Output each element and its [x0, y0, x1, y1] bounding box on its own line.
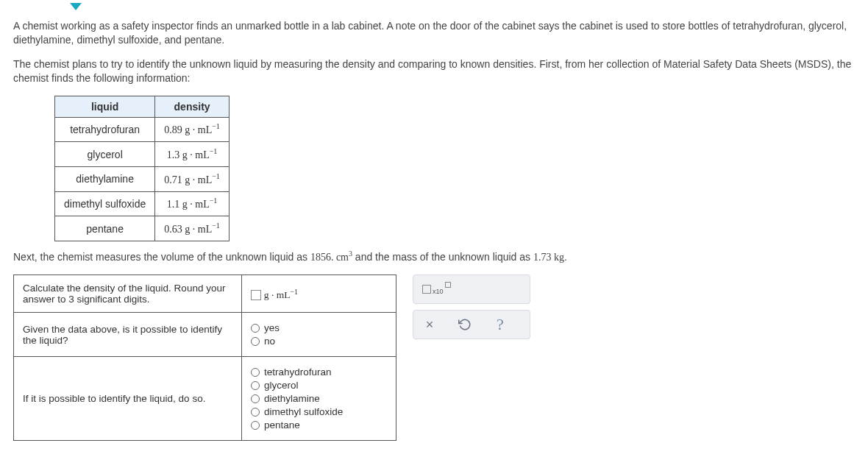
reset-icon	[458, 318, 472, 331]
yes-no-cell: yes no	[242, 313, 396, 357]
liquid-name: diethylamine	[55, 166, 155, 191]
radio-label: glycerol	[264, 380, 299, 391]
radio-icon	[251, 421, 260, 430]
problem-content: A chemist working as a safety inspector …	[0, 10, 868, 456]
scientific-notation-button[interactable]: x10	[422, 285, 451, 294]
problem-paragraph-2: The chemist plans to try to identify the…	[13, 57, 855, 85]
density-input[interactable]	[251, 290, 261, 300]
liquid-name: tetrahydrofuran	[55, 117, 155, 142]
liquid-options-cell: tetrahydrofuran glycerol diethylamine di…	[242, 357, 396, 441]
radio-label: yes	[264, 322, 280, 333]
radio-label: no	[264, 336, 275, 347]
problem-paragraph-1: A chemist working as a safety inspector …	[13, 19, 855, 47]
table-row: diethylamine 0.71 g · mL−1	[55, 166, 230, 191]
density-value: 0.63 g · mL−1	[155, 216, 230, 241]
answer-row-density: Calculate the density of the liquid. Rou…	[14, 275, 396, 313]
radio-glycerol[interactable]: glycerol	[251, 380, 387, 391]
prompt-density: Calculate the density of the liquid. Rou…	[14, 275, 242, 313]
radio-label: dimethyl sulfoxide	[264, 406, 343, 417]
radio-pentane[interactable]: pentane	[251, 419, 387, 431]
chevron-down-icon[interactable]	[70, 3, 82, 10]
help-button[interactable]: ?	[493, 317, 508, 332]
table-row: glycerol 1.3 g · mL−1	[55, 142, 230, 167]
answer-row-identify-possible: Given the data above, is it possible to …	[14, 313, 396, 357]
density-value: 1.1 g · mL−1	[155, 191, 230, 216]
radio-icon	[251, 394, 260, 403]
radio-icon	[251, 408, 260, 417]
prompt-identify-liquid: If it is possible to identify the liquid…	[14, 357, 242, 441]
exponent-box-icon	[445, 282, 451, 288]
table-row: pentane 0.63 g · mL−1	[55, 216, 230, 241]
density-value: 0.89 g · mL−1	[155, 117, 230, 142]
toolbox-row-sci: x10	[413, 274, 530, 304]
radio-label: tetrahydrofuran	[264, 366, 332, 378]
density-value: 0.71 g · mL−1	[155, 166, 230, 191]
radio-label: diethylamine	[264, 393, 320, 404]
question-icon: ?	[497, 315, 504, 334]
density-unit: g · mL−1	[264, 289, 298, 300]
radio-yes[interactable]: yes	[251, 322, 387, 333]
close-button[interactable]: ×	[422, 317, 437, 332]
toolbox: x10 × ?	[413, 274, 530, 339]
radio-label: pentane	[264, 419, 300, 431]
radio-icon	[251, 324, 260, 333]
toolbox-row-actions: × ?	[413, 310, 530, 339]
table-header-row: liquid density	[55, 96, 230, 117]
answer-table: Calculate the density of the liquid. Rou…	[13, 274, 396, 441]
mantissa-box-icon	[422, 285, 431, 294]
answer-row-identify-liquid: If it is possible to identify the liquid…	[14, 357, 396, 441]
x10-label: x10	[433, 288, 444, 295]
table-row: tetrahydrofuran 0.89 g · mL−1	[55, 117, 230, 142]
radio-icon	[251, 337, 260, 346]
liquid-name: dimethyl sulfoxide	[55, 191, 155, 216]
density-input-cell: g · mL−1	[242, 275, 396, 313]
prompt-identify-possible: Given the data above, is it possible to …	[14, 313, 242, 357]
radio-icon	[251, 381, 260, 390]
header-liquid: liquid	[55, 96, 155, 117]
header-density: density	[155, 96, 230, 117]
radio-diethylamine[interactable]: diethylamine	[251, 393, 387, 404]
measurement-paragraph: Next, the chemist measures the volume of…	[13, 249, 855, 265]
liquid-name: glycerol	[55, 142, 155, 167]
density-value: 1.3 g · mL−1	[155, 142, 230, 167]
radio-tetrahydrofuran[interactable]: tetrahydrofuran	[251, 366, 387, 378]
x-icon: ×	[426, 317, 434, 333]
density-table: liquid density tetrahydrofuran 0.89 g · …	[54, 96, 230, 241]
table-row: dimethyl sulfoxide 1.1 g · mL−1	[55, 191, 230, 216]
liquid-name: pentane	[55, 216, 155, 241]
radio-dimethyl-sulfoxide[interactable]: dimethyl sulfoxide	[251, 406, 387, 417]
reset-button[interactable]	[458, 317, 472, 332]
radio-icon	[251, 368, 260, 377]
radio-no[interactable]: no	[251, 336, 387, 347]
